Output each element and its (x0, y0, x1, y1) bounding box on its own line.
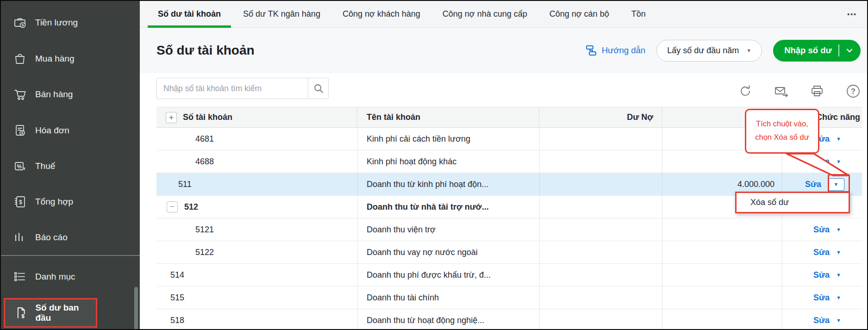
refresh-button[interactable] (737, 83, 754, 100)
tab-customer-debt[interactable]: Công nợ khách hàng (334, 1, 429, 28)
sidebar-item-label: Báo cáo (35, 232, 68, 243)
get-opening-balance-label: Lấy số dư đầu năm (667, 46, 739, 56)
sidebar-item-label: Số dư ban đầu (35, 303, 96, 323)
tab-bar: Số dư tài khoản Số dư TK ngân hàng Công … (140, 1, 867, 28)
sidebar-item-payroll[interactable]: $ Tiền lương (1, 5, 140, 40)
sidebar-item-label: Hóa đơn (35, 125, 69, 136)
row-menu-toggle-icon[interactable]: ▼ (836, 249, 841, 255)
dollar-glyph: $ (21, 131, 24, 135)
edit-link[interactable]: Sửa (813, 270, 830, 280)
debit-cell (539, 264, 662, 286)
debit-cell (539, 241, 662, 263)
table-row[interactable]: 5121 Doanh thu viện trợ Sửa▼ (156, 218, 862, 241)
credit-cell (662, 150, 782, 173)
debit-cell (539, 309, 662, 330)
account-cell: 5122 (156, 248, 214, 257)
table-row[interactable]: 5122 Doanh thu vay nợ nước ngoài Sửa▼ (156, 241, 862, 264)
sidebar-item-label: Mua hàng (35, 54, 75, 64)
sidebar-item-label: Bán hàng (35, 89, 73, 100)
tab-bank-balance[interactable]: Số dư TK ngân hàng (235, 1, 329, 28)
menu-item-delete-balance[interactable]: Xóa số dư (750, 198, 789, 207)
expand-all-toggle[interactable]: + (166, 112, 177, 123)
row-menu-toggle-icon[interactable]: ▼ (836, 318, 841, 323)
tab-inventory[interactable]: Tồn (623, 1, 654, 28)
name-cell: Doanh thu phí được khấu trừ, đ... (357, 264, 539, 286)
callout-line2: chọn Xóa số dư (746, 131, 818, 144)
chevron-down-icon[interactable] (846, 47, 853, 54)
page-title: Số dư tài khoản (156, 43, 255, 58)
sidebar-item-purchasing[interactable]: Mua hàng (1, 41, 140, 76)
sidebar-item-opening-balance[interactable]: $ Số dư ban đầu (4, 298, 97, 328)
edit-link[interactable]: Sửa (813, 248, 830, 257)
sidebar-item-tax[interactable]: % Thuế (1, 149, 140, 184)
row-menu-toggle-icon[interactable]: ▼ (836, 136, 841, 142)
annotation-callout: Tích chuột vào, chọn Xóa số dư (745, 109, 819, 154)
sidebar-item-sales[interactable]: Bán hàng (1, 77, 140, 112)
credit-cell (662, 218, 782, 241)
row-menu-toggle-icon[interactable]: ▼ (836, 295, 841, 300)
account-cell: 515 (156, 293, 184, 303)
edit-link[interactable]: Sửa (813, 225, 830, 235)
table-row[interactable]: 514 Doanh thu phí được khấu trừ, đ... Sử… (156, 264, 862, 286)
guide-link-label: Hướng dẫn (602, 45, 645, 56)
search-icon (313, 83, 324, 94)
edit-link[interactable]: Sửa (805, 180, 821, 189)
more-tabs-icon[interactable]: ••• (847, 11, 857, 18)
search-box (156, 78, 329, 99)
account-cell: 511 (156, 180, 192, 189)
guide-link[interactable]: Hướng dẫn (585, 44, 645, 56)
table-row[interactable]: 4688 Kinh phí hoạt động khác Sửa▼ (156, 150, 862, 173)
collapse-row-toggle[interactable]: − (167, 201, 178, 212)
percent-glyph: % (17, 163, 22, 170)
name-cell: Doanh thu viện trợ (357, 218, 539, 241)
main-area: Số dư tài khoản Số dư TK ngân hàng Công … (140, 1, 867, 330)
search-input[interactable] (157, 78, 308, 99)
sidebar-item-categories[interactable]: Danh mục (1, 259, 140, 294)
page-header: Số dư tài khoản Hướng dẫn Lấy số dư đầu … (140, 28, 867, 73)
tab-account-balance[interactable]: Số dư tài khoản (150, 1, 229, 28)
account-cell: 512 (184, 202, 198, 212)
row-menu-toggle-icon[interactable]: ▼ (836, 227, 841, 232)
sidebar-divider (1, 255, 140, 256)
row-menu-toggle-open[interactable]: ▼ (828, 178, 844, 191)
debit-cell (539, 150, 662, 173)
search-button[interactable] (308, 78, 328, 99)
name-cell: Doanh thu từ kinh phí hoạt độn... (357, 173, 539, 195)
edit-link[interactable]: Sửa (813, 157, 830, 167)
app-window: $ Tiền lương Mua hàng Bán hàng $ Hóa đơn… (0, 0, 868, 330)
sidebar-item-label: Tiền lương (35, 18, 78, 28)
sidebar: $ Tiền lương Mua hàng Bán hàng $ Hóa đơn… (1, 1, 140, 330)
tab-staff-debt[interactable]: Công nợ cán bộ (541, 1, 618, 28)
credit-cell (662, 241, 782, 263)
print-button[interactable] (809, 83, 825, 100)
sidebar-item-label: Danh mục (35, 272, 75, 282)
header-controls: Hướng dẫn Lấy số dư đầu năm ▼ Nhập số dư (585, 40, 861, 62)
sidebar-scrollbar[interactable] (134, 287, 138, 330)
sidebar-item-reports[interactable]: Báo cáo (1, 220, 140, 255)
account-cell: 514 (156, 270, 184, 280)
row-menu-toggle-icon[interactable]: ▼ (836, 159, 841, 164)
name-cell: Doanh thu từ hoạt động nghiệ... (357, 309, 539, 330)
dollar-glyph: $ (21, 23, 24, 27)
sidebar-item-invoices[interactable]: $ Hóa đơn (1, 113, 140, 148)
export-mail-button[interactable] (773, 83, 790, 100)
enter-balance-button[interactable]: Nhập số dư (773, 40, 861, 62)
table-row[interactable]: 515 Doanh thu tài chính Sửa▼ (156, 286, 862, 309)
sidebar-item-label: Tổng hợp (35, 197, 73, 207)
debit-cell (539, 286, 662, 309)
edit-link[interactable]: Sửa (813, 293, 830, 303)
row-menu-toggle-icon[interactable]: ▼ (836, 272, 841, 278)
account-cell: 5121 (156, 225, 214, 235)
col-debit: Dư Nợ (539, 107, 662, 127)
sidebar-item-general[interactable]: $ Tổng hợp (1, 184, 140, 219)
get-opening-balance-button[interactable]: Lấy số dư đầu năm ▼ (656, 40, 762, 62)
credit-cell (662, 309, 782, 330)
edit-link[interactable]: Sửa (813, 316, 830, 325)
table-row[interactable]: 518 Doanh thu từ hoạt động nghiệ... Sửa▼ (156, 309, 862, 330)
help-icon: ? (845, 83, 861, 99)
tab-supplier-debt[interactable]: Công nợ nhà cung cấp (434, 1, 536, 28)
debit-cell (539, 218, 662, 241)
account-cell: 4688 (156, 157, 214, 167)
name-cell: Kinh phí hoạt động khác (357, 150, 539, 173)
help-button[interactable]: ? (845, 83, 862, 100)
